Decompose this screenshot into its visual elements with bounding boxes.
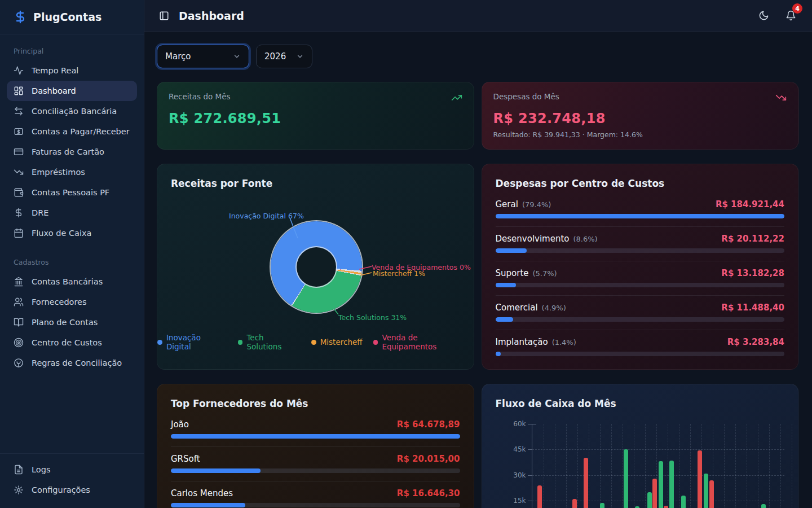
sidebar-item-logs[interactable]: Logs [7,459,137,480]
axis-tick [532,424,536,424]
chevron-down-icon [233,52,241,60]
legend-dot [157,340,162,345]
legend-dot [311,340,316,345]
despesas-subtitle: Resultado: R$ 39.941,33 · Margem: 14.6% [493,130,787,139]
sidebar-item-regras-de-conciliacao[interactable]: Regras de Conciliação [7,353,137,373]
notification-badge: 4 [792,3,802,14]
fluxo-bar-chart: 60k45k30k15k [496,424,785,508]
sidebar-item-label: Empréstimos [32,168,85,177]
sidebar-item-configuracoes[interactable]: Configurações [7,480,137,500]
row-percent: (79.4%) [522,200,551,209]
receitas-value: R$ 272.689,51 [169,111,462,126]
row-percent: (5.7%) [533,269,557,278]
filter-bar: Março 2026 [157,45,798,68]
progress-fill [496,352,501,356]
bar-list-row: Desenvolvimento(8.6%)R$ 20.112,22 [496,226,785,261]
inflow-bar [681,496,686,508]
sidebar-item-contas-pessoais-pf[interactable]: Contas Pessoais PF [7,182,137,203]
outflow-bar [572,499,577,508]
sidebar-item-emprestimos[interactable]: Empréstimos [7,162,137,182]
sidebar-item-conciliacao-bancaria[interactable]: Conciliação Bancária [7,101,137,121]
row-value: R$ 16.646,30 [397,488,460,498]
outflow-bar [698,450,702,508]
credit-card-icon [14,147,24,157]
gridline [735,424,736,508]
panel-left-icon [159,11,169,21]
progress-track [171,434,460,439]
row-percent: (1.4%) [552,338,576,347]
row-value: R$ 3.283,84 [727,337,784,347]
sidebar-item-plano-de-contas[interactable]: Plano de Contas [7,312,137,332]
inflow-bar [659,461,663,508]
receitas-card: Receitas do Mês R$ 272.689,51 [157,82,474,150]
progress-track [496,283,785,287]
target-icon [14,338,24,348]
outflow-bar [652,479,657,508]
legend-dot [373,340,378,345]
progress-track [496,352,785,356]
row-name: João [171,419,189,430]
row-value: R$ 20.112,22 [721,234,784,244]
axis-tick [528,449,532,450]
sidebar-item-contas-bancarias[interactable]: Contas Bancárias [7,271,137,292]
wallet-icon [14,187,24,198]
gridline [724,424,725,508]
progress-track [171,503,460,507]
book-open-icon [14,317,24,327]
trending-down-icon [14,167,24,177]
sidebar-toggle-button[interactable] [159,11,169,21]
dollar-logo-icon [14,10,27,24]
month-select-value: Março [165,51,191,62]
bar-list-row: Suporte(5.7%)R$ 13.182,28 [496,261,785,295]
sidebar-nav: PrincipalTempo RealDashboardConciliação … [0,34,144,453]
plot-area [532,424,785,508]
sidebar-item-label: Conciliação Bancária [32,107,117,116]
row-name: Desenvolvimento [496,234,570,244]
legend-item: Tech Solutions [238,333,301,351]
bar-list-row: Geral(79.4%)R$ 184.921,44 [496,199,785,226]
top-fornecedores-card: Top Fornecedores do Mês JoãoR$ 64.678,89… [157,384,474,508]
sidebar-item-fornecedores[interactable]: Fornecedores [7,292,137,312]
sidebar-item-label: Logs [32,465,50,474]
row-name: Implantação [496,337,548,347]
legend-item: Venda de Equipamentos [373,333,474,351]
theme-toggle-button[interactable] [757,9,770,22]
progress-fill [171,503,245,507]
sidebar-item-label: Fluxo de Caixa [32,229,91,238]
sidebar-item-centro-de-custos[interactable]: Centro de Custos [7,332,137,353]
gridline [747,424,747,508]
notifications-button[interactable]: 4 [784,9,797,22]
sidebar-item-label: Dashboard [32,86,76,95]
legend-dot [238,340,243,345]
donut-callout: Inovação Digital 67% [229,212,304,220]
sidebar-item-contas-a-pagar-receber[interactable]: Contas a Pagar/Receber [7,121,137,142]
sidebar-item-faturas-de-cartao[interactable]: Faturas de Cartão [7,142,137,162]
inflow-bar [669,461,674,508]
sidebar-item-fluxo-de-caixa[interactable]: Fluxo de Caixa [7,223,137,243]
gridline [589,424,589,508]
gridline [555,424,555,508]
despesas-label: Despesas do Mês [493,92,559,101]
progress-fill [496,248,527,253]
progress-track [496,248,785,253]
header: Dashboard 4 [144,0,812,32]
card-title: Despesas por Centro de Custos [496,178,785,189]
sidebar-item-dashboard[interactable]: Dashboard [7,81,137,101]
calendar-icon [14,228,24,238]
sidebar-item-dre[interactable]: DRE [7,203,137,223]
kpi-row: Receitas do Mês R$ 272.689,51 Despesas d… [157,82,798,150]
gridline [600,424,601,508]
month-select[interactable]: Março [157,45,249,68]
sidebar-item-label: Configurações [32,485,90,494]
sidebar-item-label: Plano de Contas [32,318,98,327]
year-select[interactable]: 2026 [256,45,312,68]
progress-fill [171,434,460,439]
bar-list-row: Carlos MendesR$ 16.646,30 [171,481,460,508]
gridline [792,424,792,508]
legend-item: Inovação Digital [157,333,227,351]
charts-row: Receitas por Fonte Inovação Digital 67% … [157,164,798,370]
gear-icon [14,485,24,495]
row-name: GRSoft [171,454,200,464]
inflow-bar [704,474,708,508]
sidebar-item-tempo-real[interactable]: Tempo Real [7,60,137,81]
